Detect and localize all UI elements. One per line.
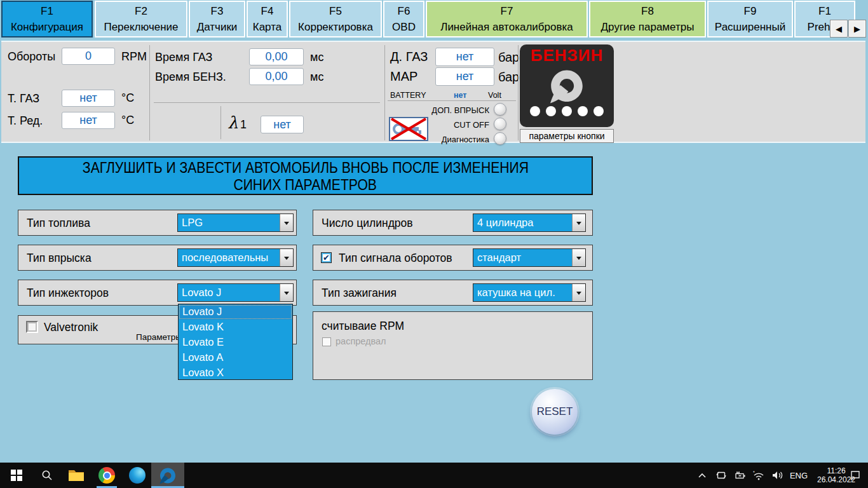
screen-rotation-icon: [715, 470, 727, 480]
language-indicator[interactable]: ENG: [788, 463, 810, 488]
time-petrol-unit: мс: [310, 71, 323, 84]
injector-type-combobox[interactable]: Lovato J: [177, 283, 294, 302]
chevron-down-icon[interactable]: [572, 249, 585, 266]
tab-scroll-left-button[interactable]: ◀: [830, 20, 848, 37]
button-parameters-label: параметры кнопки: [529, 131, 604, 141]
tray-expand-button[interactable]: [694, 463, 710, 488]
camshaft-checkbox: [322, 337, 331, 346]
tab-label: Расширенный: [715, 19, 785, 36]
ignition-type-label: Тип зажигания: [322, 287, 397, 300]
battery-value: нет: [454, 91, 466, 100]
warning-banner: ЗАГЛУШИТЬ И ЗАВЕСТИ АВТОМОБИЛЬ ВНОВЬ ПОС…: [18, 156, 593, 195]
diagnostics-led: [494, 132, 506, 145]
valvetronik-checkbox[interactable]: [26, 321, 38, 333]
lovato-app-button[interactable]: [151, 463, 184, 488]
cylinders-combobox[interactable]: 4 цилиндра: [473, 214, 586, 232]
time-gas-value: 0,00: [249, 48, 304, 65]
edge-icon: [129, 467, 146, 484]
chevron-up-icon: [698, 472, 707, 478]
tab-f4-map[interactable]: F4 Карта: [247, 1, 288, 37]
rpm-signal-combobox[interactable]: стандарт: [473, 248, 586, 267]
t-red-label: Т. Ред.: [8, 114, 43, 128]
tab-label: Карта: [253, 19, 282, 36]
notification-icon: [850, 470, 861, 480]
tab-key: F2: [135, 3, 147, 20]
injector-type-value: Lovato J: [178, 284, 280, 301]
tab-key: F5: [329, 3, 342, 20]
reset-button[interactable]: RESET: [532, 389, 578, 435]
tab-f3-sensors[interactable]: F3 Датчики: [189, 1, 245, 37]
injection-type-combobox[interactable]: последовательны: [177, 248, 294, 267]
rpm-signal-checkbox[interactable]: ✔: [321, 252, 332, 263]
battery-plug-icon: [733, 470, 746, 480]
dropdown-option-lovato-k[interactable]: Lovato K: [179, 320, 292, 335]
tab-label: Переключение: [104, 19, 178, 36]
lambda-symbol: λ: [227, 113, 238, 132]
tab-f6-obd[interactable]: F6 OBD: [383, 1, 424, 37]
fuel-switch-button[interactable]: БЕНЗИН: [520, 44, 614, 127]
fuel-type-value: LPG: [178, 214, 280, 231]
start-button[interactable]: [5, 463, 28, 488]
wifi-tray-icon[interactable]: *: [750, 463, 768, 488]
battery-tray-icon[interactable]: [731, 463, 749, 488]
tab-f8-other-parameters[interactable]: F8 Другие параметры: [589, 1, 706, 37]
ignition-type-combobox[interactable]: катушка на цил.: [473, 283, 586, 302]
rpm-signal-row: ✔ Тип сигнала оборотов стандарт: [313, 245, 593, 271]
extra-injection-led: [494, 103, 506, 116]
chrome-button[interactable]: [94, 463, 119, 488]
valvetronik-label: Valvetronik: [44, 321, 98, 334]
ignition-type-value: катушка на цил.: [473, 284, 572, 301]
tab-f9-advanced[interactable]: F9 Расширенный: [707, 1, 793, 37]
action-center-button[interactable]: [845, 463, 865, 488]
tab-scroll-right-button[interactable]: ▶: [848, 20, 866, 37]
fuel-type-combobox[interactable]: LPG: [177, 214, 294, 232]
chevron-down-icon[interactable]: [572, 284, 585, 301]
speaker-icon: [771, 470, 784, 480]
language-label: ENG: [790, 471, 808, 480]
cut-off-led: [494, 118, 506, 130]
divider: [149, 45, 150, 140]
injector-type-label: Тип инжекторов: [27, 287, 109, 300]
wifi-icon: *: [752, 470, 765, 480]
rotation-lock-tray-icon[interactable]: [713, 463, 729, 488]
file-explorer-button[interactable]: [64, 463, 89, 488]
tab-label: Другие параметры: [601, 19, 695, 36]
warning-line-2: СИНИХ ПАРАМЕТРОВ: [234, 176, 377, 193]
arrow-right-icon: ▶: [854, 24, 860, 34]
dropdown-option-lovato-a[interactable]: Lovato A: [179, 350, 292, 365]
lambda-sub: 1: [240, 118, 247, 132]
chevron-down-icon[interactable]: [280, 214, 293, 231]
rpm-signal-value: стандарт: [473, 249, 572, 266]
dropdown-option-lovato-e[interactable]: Lovato E: [179, 335, 292, 350]
tab-f5-correction[interactable]: F5 Корректировка: [289, 1, 382, 37]
time-petrol-label: Время БЕНЗ.: [155, 71, 226, 84]
tab-f7-linear-autocalibration[interactable]: F7 Линейная автокалибровка: [426, 1, 588, 37]
chevron-down-icon[interactable]: [280, 284, 293, 301]
edge-button[interactable]: [125, 463, 150, 488]
divider: [220, 106, 221, 139]
time-petrol-value: 0,00: [249, 68, 304, 85]
tab-f2-switching[interactable]: F2 Переключение: [95, 1, 187, 37]
dropdown-option-lovato-x[interactable]: Lovato X: [179, 365, 292, 381]
search-button[interactable]: [36, 463, 58, 488]
cylinders-row: Число цилиндров 4 цилиндра: [313, 210, 593, 236]
warning-line-1: ЗАГЛУШИТЬ И ЗАВЕСТИ АВТОМОБИЛЬ ВНОВЬ ПОС…: [82, 159, 528, 176]
divider: [154, 102, 380, 103]
arrow-left-icon: ◀: [836, 24, 842, 34]
battery-label: BATTERY: [390, 91, 426, 100]
chevron-down-icon[interactable]: [280, 249, 293, 266]
dropdown-option-lovato-j[interactable]: Lovato J: [179, 304, 292, 320]
tab-label: Линейная автокалибровка: [440, 19, 573, 36]
lambda-value: нет: [261, 116, 304, 133]
svg-text:*: *: [753, 470, 755, 475]
tab-f1-configuration[interactable]: F1 Конфигурация: [1, 1, 93, 37]
tab-key: F6: [398, 3, 410, 20]
d-gas-unit: бар: [498, 50, 519, 65]
button-parameters-button[interactable]: параметры кнопки: [520, 129, 614, 143]
taskbar: * ENG 11:26 26.04.2022: [0, 463, 868, 488]
chevron-down-icon[interactable]: [572, 214, 585, 231]
volume-tray-icon[interactable]: [769, 463, 787, 488]
divider: [518, 45, 519, 140]
map-unit: бар: [498, 70, 519, 85]
tab-label: Конфигурация: [11, 19, 83, 36]
